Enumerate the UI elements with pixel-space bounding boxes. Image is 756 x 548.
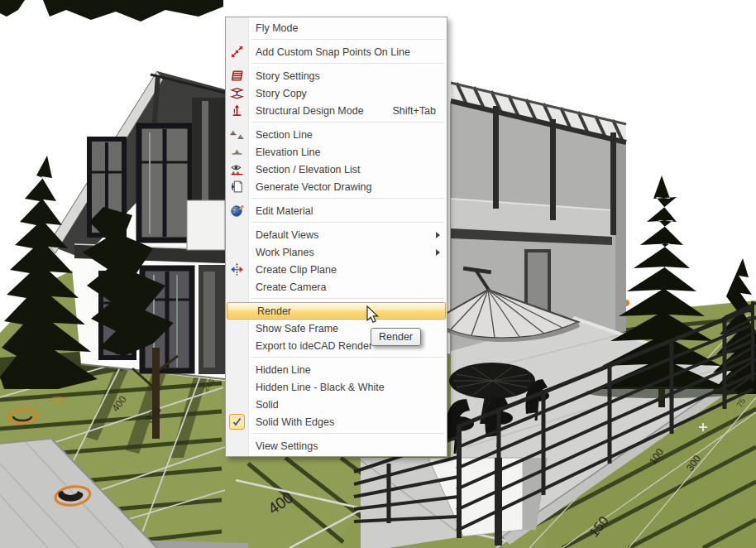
menu-item-solid-with-edges[interactable]: Solid With Edges [226, 413, 447, 430]
checked-indicator [229, 414, 245, 430]
menu-item-hidden-line[interactable]: Hidden Line [226, 361, 447, 378]
menu-item-label: Structural Design Mode [256, 105, 364, 117]
menu-item-create-camera[interactable]: Create Camera [226, 278, 447, 296]
tooltip-text: Render [379, 331, 413, 343]
menu-item-label: Hidden Line - Black & White [256, 382, 385, 393]
menu-separator [226, 195, 447, 202]
app-window: 400 335 400 245 150 100 300 320 75 Fly M… [0, 0, 756, 548]
menu-item-shortcut: Shift+Tab [393, 105, 436, 117]
snap-points-icon [230, 45, 244, 59]
menu-item-label: Add Custom Snap Points On Line [256, 46, 410, 58]
story-copy-icon [230, 86, 244, 100]
menu-item-label: Default Views [256, 229, 318, 241]
menu-item-label: Render [257, 305, 291, 317]
menu-item-label: Show Safe Frame [256, 323, 338, 334]
menu-item-create-clip-plane[interactable]: Create Clip Plane [226, 261, 447, 278]
menu-separator [226, 296, 447, 302]
edit-material-icon [230, 204, 244, 218]
context-menu: Fly Mode Add Custom Snap Points On Line … [225, 17, 447, 457]
tooltip: Render [371, 328, 421, 346]
story-settings-icon [230, 69, 244, 83]
menu-item-section-line[interactable]: Section Line [226, 126, 447, 143]
create-clip-plane-icon [230, 262, 244, 276]
menu-separator [226, 430, 447, 437]
menu-item-work-planes[interactable]: Work Planes [226, 243, 447, 261]
menu-item-label: Solid With Edges [256, 416, 334, 428]
menu-item-label: View Settings [256, 440, 318, 452]
structural-design-mode-icon [230, 103, 244, 118]
menu-item-story-copy[interactable]: Story Copy [226, 84, 447, 102]
menu-separator [226, 60, 447, 67]
menu-item-label: Fly Mode [256, 22, 298, 34]
menu-item-edit-material[interactable]: Edit Material [226, 202, 447, 219]
menu-item-label: Create Camera [256, 281, 326, 293]
menu-separator [226, 219, 447, 226]
elevation-line-icon [230, 145, 244, 159]
menu-item-label: Section Line [256, 129, 313, 141]
menu-item-label: Story Copy [256, 88, 307, 99]
menu-item-story-settings[interactable]: Story Settings [226, 67, 447, 84]
menu-item-fly-mode[interactable]: Fly Mode [226, 19, 447, 36]
section-line-icon [230, 127, 244, 142]
menu-item-label: Section / Elevation List [256, 164, 360, 175]
submenu-arrow-icon [436, 249, 440, 256]
menu-item-structural-design-mode[interactable]: Structural Design Mode Shift+Tab [226, 102, 447, 119]
menu-item-label: Hidden Line [256, 364, 311, 376]
menu-separator [226, 36, 447, 43]
menu-item-label: Work Planes [256, 247, 314, 258]
menu-separator [226, 354, 447, 361]
generate-vector-drawing-icon [230, 180, 244, 194]
menu-item-section-elevation-list[interactable]: Section / Elevation List [226, 161, 447, 178]
menu-item-label: Generate Vector Drawing [256, 181, 371, 193]
menu-item-label: Solid [256, 399, 279, 411]
menu-item-view-settings[interactable]: View Settings [226, 437, 447, 454]
menu-item-label: Export to ideCAD Render [256, 340, 372, 352]
menu-item-label: Edit Material [256, 205, 313, 217]
mouse-cursor-icon [366, 305, 381, 325]
menu-separator [226, 119, 447, 126]
section-elevation-list-icon [230, 162, 244, 176]
menu-item-label: Create Clip Plane [256, 264, 337, 276]
menu-item-render[interactable]: Render [227, 302, 446, 320]
menu-item-add-custom-snap-points[interactable]: Add Custom Snap Points On Line [226, 43, 447, 60]
menu-item-default-views[interactable]: Default Views [226, 226, 447, 243]
menu-item-generate-vector-drawing[interactable]: Generate Vector Drawing [226, 178, 447, 195]
menu-item-label: Elevation Line [256, 147, 321, 158]
menu-item-elevation-line[interactable]: Elevation Line [226, 143, 447, 161]
menu-item-label: Story Settings [256, 70, 320, 82]
checkmark-icon [232, 416, 242, 427]
submenu-arrow-icon [436, 232, 440, 238]
menu-item-hidden-line-black-white[interactable]: Hidden Line - Black & White [226, 378, 447, 396]
menu-item-solid[interactable]: Solid [226, 396, 447, 413]
